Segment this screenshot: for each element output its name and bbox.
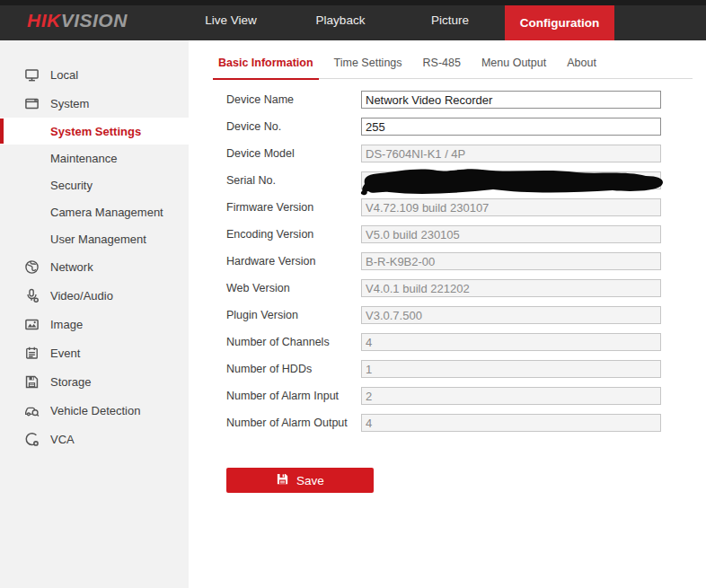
field-label: Plugin Version: [226, 309, 361, 321]
field-wrap: [361, 387, 661, 405]
field-wrap: [361, 360, 661, 378]
settings-tabbar: Basic InformationTime SettingsRS-485Menu…: [213, 49, 693, 79]
firmware-version-field: [361, 198, 661, 216]
field-wrap: [361, 279, 661, 297]
field-wrap: [361, 91, 661, 109]
sidebar-item-security[interactable]: Security: [0, 171, 189, 198]
sidebar-item-storage[interactable]: Storage: [0, 367, 189, 396]
main-content: Basic InformationTime SettingsRS-485Menu…: [189, 40, 706, 588]
image-icon: [24, 317, 40, 332]
system-window-icon: [24, 96, 40, 111]
topnav-picture[interactable]: Picture: [395, 0, 505, 40]
sidebar-item-local[interactable]: Local: [0, 60, 189, 89]
field-label: Serial No.: [226, 174, 361, 187]
sidebar-item-label: Local: [50, 68, 78, 82]
sidebar-item-label: Network: [50, 260, 93, 274]
hardware-version-field: [361, 252, 661, 270]
field-label: Number of HDDs: [226, 363, 361, 375]
form-row: Number of HDDs: [226, 360, 706, 378]
form-row: Number of Alarm Output: [226, 414, 706, 432]
sidebar-item-label: Camera Management: [50, 206, 163, 219]
sidebar-item-system-settings[interactable]: System Settings: [0, 118, 189, 145]
field-wrap: [361, 198, 661, 216]
number-of-alarm-input-field: [361, 387, 661, 405]
tab-time-settings[interactable]: Time Settings: [329, 49, 408, 79]
sidebar-item-event[interactable]: Event: [0, 338, 189, 367]
sidebar-menu: LocalSystemSystem SettingsMaintenanceSec…: [0, 40, 189, 588]
sidebar-item-video-audio[interactable]: Video/Audio: [0, 281, 189, 310]
sidebar-item-label: User Management: [50, 233, 146, 246]
sidebar-item-label: System Settings: [50, 125, 141, 138]
field-label: Device Name: [226, 93, 361, 106]
sidebar-item-vca[interactable]: VCA: [0, 425, 189, 453]
form-row: Number of Alarm Input: [226, 387, 706, 405]
sidebar-item-vehicle-detection[interactable]: Vehicle Detection: [0, 396, 189, 425]
top-nav-menu: Live ViewPlaybackPictureConfiguration: [176, 0, 614, 40]
hikvision-web-app: HIKVISION Live ViewPlaybackPictureConfig…: [0, 0, 706, 588]
device-no--field[interactable]: [361, 118, 661, 136]
sidebar-item-maintenance[interactable]: Maintenance: [0, 145, 189, 171]
field-wrap: [361, 333, 661, 351]
form-row: Plugin Version: [226, 306, 706, 324]
field-wrap: [361, 306, 661, 324]
sidebar-item-label: VCA: [50, 433, 75, 446]
field-wrap: [361, 145, 661, 162]
field-label: Web Version: [226, 282, 361, 294]
vca-icon: [24, 432, 40, 447]
form-row: Web Version: [226, 279, 706, 297]
field-label: Number of Alarm Output: [226, 417, 361, 429]
monitor-icon: [24, 67, 40, 83]
field-wrap: [361, 118, 661, 136]
field-wrap: [361, 171, 661, 189]
device-model-field: [361, 145, 661, 162]
plugin-version-field: [361, 306, 661, 324]
field-label: Firmware Version: [226, 201, 361, 214]
globe-icon: [24, 259, 40, 275]
floppy-disk-icon: [24, 374, 40, 390]
topnav-playback[interactable]: Playback: [286, 0, 395, 40]
form-row: Hardware Version: [226, 252, 706, 270]
basic-information-form: Device NameDevice No.Device ModelSerial …: [226, 91, 706, 432]
sidebar-item-label: System: [50, 97, 89, 110]
sidebar-item-user-management[interactable]: User Management: [0, 225, 189, 252]
form-row: Device Name: [226, 91, 706, 109]
form-row: Device Model: [226, 145, 706, 162]
microphone-icon: [24, 288, 40, 303]
sidebar-item-label: Event: [50, 347, 80, 360]
tab-menu-output[interactable]: Menu Output: [476, 49, 552, 79]
sidebar-item-label: Storage: [50, 375, 92, 389]
tab-basic-information[interactable]: Basic Information: [213, 49, 319, 79]
tab-rs-485[interactable]: RS-485: [418, 49, 466, 79]
number-of-channels-field: [361, 333, 661, 351]
topnav-live-view[interactable]: Live View: [176, 0, 286, 40]
field-wrap: [361, 225, 661, 243]
field-label: Encoding Version: [226, 228, 361, 241]
sidebar-item-network[interactable]: Network: [0, 252, 189, 281]
number-of-hdds-field: [361, 360, 661, 378]
sidebar-item-system[interactable]: System: [0, 89, 189, 118]
number-of-alarm-output-field: [361, 414, 661, 432]
sidebar-item-label: Maintenance: [50, 152, 117, 165]
save-button[interactable]: Save: [226, 468, 374, 493]
topnav-configuration[interactable]: Configuration: [505, 5, 614, 40]
sidebar-item-image[interactable]: Image: [0, 310, 189, 338]
sidebar-item-camera-management[interactable]: Camera Management: [0, 198, 189, 225]
logo-text-vision: VISION: [61, 10, 128, 31]
device-name-field[interactable]: [361, 91, 661, 109]
field-label: Device Model: [226, 147, 361, 160]
hikvision-logo: HIKVISION: [27, 0, 128, 40]
vehicle-search-icon: [24, 403, 40, 418]
form-row: Device No.: [226, 118, 706, 136]
field-label: Number of Alarm Input: [226, 390, 361, 402]
sidebar-item-label: Video/Audio: [50, 289, 113, 303]
field-wrap: [361, 252, 661, 270]
floppy-save-icon: [276, 472, 289, 488]
field-wrap: [361, 414, 661, 432]
encoding-version-field: [361, 225, 661, 243]
sidebar-item-label: Vehicle Detection: [50, 404, 140, 417]
field-label: Hardware Version: [226, 255, 361, 268]
logo-text-hik: HIK: [27, 10, 61, 31]
sidebar-item-label: Security: [50, 179, 93, 192]
top-navigation-bar: HIKVISION Live ViewPlaybackPictureConfig…: [0, 0, 706, 40]
tab-about[interactable]: About: [561, 49, 602, 79]
